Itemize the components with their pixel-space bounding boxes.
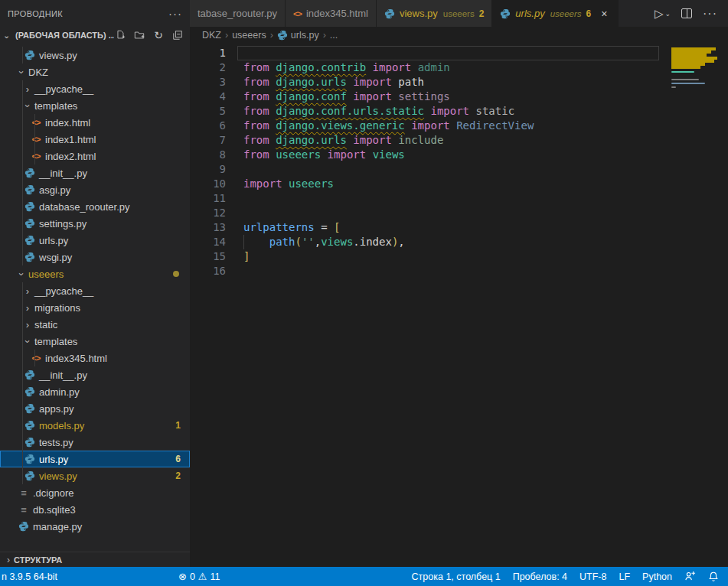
split-editor-icon[interactable] <box>681 8 692 18</box>
outline-section-header[interactable]: › СТРУКТУРА <box>0 552 190 567</box>
code-line-10[interactable]: 10import useeers <box>190 177 728 191</box>
tree-file-views-py[interactable]: views.py2 <box>0 467 190 484</box>
code-line-3[interactable]: 3from django.urls import path <box>190 75 728 90</box>
tree-file--init-py[interactable]: __init__.py <box>0 366 190 383</box>
code-line-6[interactable]: 6from django.views.generic import Redire… <box>190 119 728 133</box>
tree-file-manage-py[interactable]: manage.py <box>0 518 190 535</box>
tree-file-index-html[interactable]: <>index.html <box>0 114 190 131</box>
code-token: from <box>243 76 276 88</box>
code-line-2[interactable]: 2from django.contrib import admin <box>190 60 728 75</box>
tree-folder-static[interactable]: ›static <box>0 316 190 333</box>
line-number: 16 <box>190 264 226 278</box>
code-line-16[interactable]: 16 <box>190 264 728 278</box>
tree-file--dcignore[interactable]: ≡.dcignore <box>0 484 190 501</box>
indent-guide <box>22 131 23 148</box>
tree-file-db-sqlite3[interactable]: ≡db.sqlite3 <box>0 501 190 518</box>
tab-index345-html[interactable]: <>index345.html <box>286 0 377 27</box>
code-token: from <box>243 134 276 146</box>
indentation-item[interactable]: Пробелов: 4 <box>507 567 573 586</box>
tree-folder-templates[interactable]: ›templates <box>0 97 190 114</box>
tree-item-label: admin.py <box>39 386 80 398</box>
minimap[interactable] <box>671 44 720 136</box>
code-editor[interactable]: 12from django.contrib import admin3from … <box>190 44 728 567</box>
tree-file-apps-py[interactable]: apps.py <box>0 400 190 417</box>
tree-file--init-py[interactable]: __init__.py <box>0 164 190 181</box>
more-actions-icon[interactable]: ··· <box>703 7 717 21</box>
new-file-icon[interactable] <box>114 29 126 41</box>
minimap-code-mark <box>671 79 699 80</box>
tree-folder--pycache-[interactable]: ›__pycache__ <box>0 80 190 97</box>
code-token: , <box>398 236 404 248</box>
code-line-4[interactable]: 4from django.conf import settings <box>190 90 728 104</box>
line-content: from django.conf.urls.static import stat… <box>243 104 514 119</box>
code-token: import <box>353 76 398 88</box>
code-token: static <box>475 105 514 117</box>
tab-views-py[interactable]: views.pyuseeers2 <box>377 0 492 27</box>
breadcrumb-item-urls-py[interactable]: urls.py <box>277 30 319 41</box>
python-icon <box>23 201 37 212</box>
code-line-15[interactable]: 15] <box>190 249 728 264</box>
code-token: django.conf.urls.static <box>276 105 424 117</box>
tree-folder-migrations[interactable]: ›migrations <box>0 299 190 316</box>
code-line-12[interactable]: 12 <box>190 206 728 220</box>
tree-folder-dkz[interactable]: ›DKZ <box>0 63 190 80</box>
line-content: urlpatterns = [ <box>243 220 340 235</box>
problems-item[interactable]: ⊗ 0 ⚠ 11 <box>172 567 227 586</box>
breadcrumb-item--[interactable]: ... <box>330 30 338 41</box>
tree-folder-templates[interactable]: ›templates <box>0 333 190 350</box>
code-line-1[interactable]: 1 <box>190 46 728 60</box>
tree-file-views-py[interactable]: views.py <box>0 47 190 63</box>
explorer-more-icon[interactable]: ··· <box>168 7 182 20</box>
code-token <box>243 236 269 248</box>
code-line-7[interactable]: 7from django.urls import include <box>190 133 728 148</box>
tree-file-asgi-py[interactable]: asgi.py <box>0 181 190 198</box>
tree-file-wsgi-py[interactable]: wsgi.py <box>0 249 190 265</box>
code-line-13[interactable]: 13urlpatterns = [ <box>190 220 728 235</box>
cursor-position-item[interactable]: Строка 1, столбец 1 <box>406 567 507 586</box>
refresh-icon[interactable]: ↻ <box>152 29 165 41</box>
tree-file-tests-py[interactable]: tests.py <box>0 434 190 451</box>
code-token: path <box>398 76 424 88</box>
language-mode-item[interactable]: Python <box>636 567 678 586</box>
code-line-5[interactable]: 5from django.conf.urls.static import sta… <box>190 104 728 119</box>
code-line-9[interactable]: 9 <box>190 162 728 177</box>
line-number: 10 <box>190 177 226 191</box>
tab-tabase-roouter-py[interactable]: tabase_roouter.py <box>190 0 286 27</box>
tree-file-models-py[interactable]: models.py1 <box>0 417 190 434</box>
tree-file-database-roouter-py[interactable]: database_roouter.py <box>0 198 190 215</box>
tree-item-label: manage.py <box>33 521 82 532</box>
eol-item[interactable]: LF <box>612 567 636 586</box>
tree-file-index345-html[interactable]: <>index345.html <box>0 350 190 366</box>
tree-file-urls-py[interactable]: urls.py <box>0 232 190 249</box>
collapse-all-icon[interactable] <box>171 29 184 41</box>
tree-item-label: database_roouter.py <box>39 201 130 213</box>
python-icon <box>23 403 37 414</box>
run-python-file-button[interactable]: ▷⌄ <box>655 7 671 21</box>
status-right: Строка 1, столбец 1 Пробелов: 4 UTF-8 LF… <box>406 567 728 586</box>
breadcrumb-item-dkz[interactable]: DKZ <box>202 30 221 41</box>
tab-label: views.py <box>400 8 438 19</box>
tree-folder-useeers[interactable]: ›useeers <box>0 265 190 282</box>
workspace-section-header[interactable]: ⌄ (РАБОЧАЯ ОБЛАСТЬ) ... ↻ <box>0 27 190 44</box>
tree-file-admin-py[interactable]: admin.py <box>0 383 190 400</box>
breadcrumb-label: urls.py <box>291 30 319 41</box>
bell-icon[interactable] <box>702 567 728 586</box>
new-folder-icon[interactable] <box>133 29 145 41</box>
close-icon[interactable]: × <box>598 8 610 20</box>
tree-folder--pycache-[interactable]: ›__pycache__ <box>0 282 190 299</box>
breadcrumb-item-useeers[interactable]: useeers <box>232 30 266 41</box>
code-line-14[interactable]: 14 path('',views.index), <box>190 235 728 249</box>
encoding-item[interactable]: UTF-8 <box>573 567 612 586</box>
code-token: django.urls <box>276 134 347 146</box>
code-line-11[interactable]: 11 <box>190 191 728 206</box>
tab-urls-py[interactable]: urls.pyuseeers6× <box>492 0 619 27</box>
problem-count-badge: 2 <box>175 470 181 481</box>
tree-file-settings-py[interactable]: settings.py <box>0 215 190 232</box>
python-icon <box>23 252 37 262</box>
tree-file-urls-py[interactable]: urls.py6 <box>0 451 190 467</box>
tree-file-index2-html[interactable]: <>index2.html <box>0 148 190 164</box>
feedback-icon[interactable] <box>678 567 702 586</box>
code-line-8[interactable]: 8from useeers import views <box>190 148 728 162</box>
python-interpreter-item[interactable]: n 3.9.5 64-bit <box>0 567 64 586</box>
tree-file-index1-html[interactable]: <>index1.html <box>0 131 190 148</box>
